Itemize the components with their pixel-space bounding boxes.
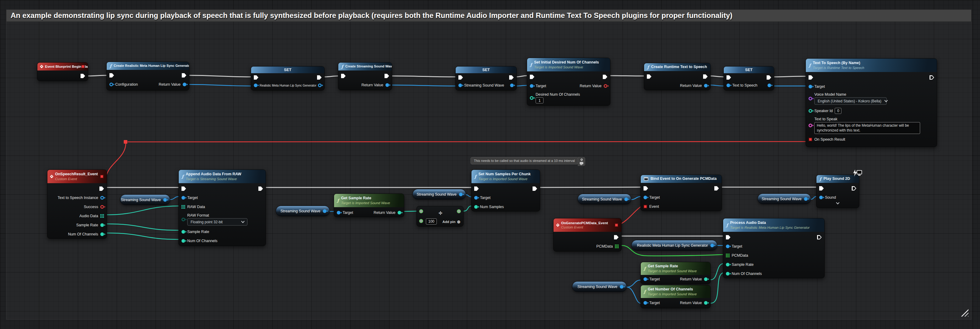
exec-out-pin[interactable] bbox=[385, 74, 389, 78]
node-set-streaming-sound-wave[interactable]: SET Streaming Sound Wave bbox=[455, 66, 517, 91]
voice-model-dropdown[interactable]: English (United States) - Kokoro (Bella) bbox=[815, 97, 887, 105]
node-set-text-to-speech[interactable]: SET Text to Speech bbox=[724, 66, 774, 91]
exec-out-pin[interactable] bbox=[99, 186, 104, 191]
getter-streaming-sound-wave[interactable]: Streaming Sound Wave bbox=[412, 189, 466, 200]
text-to-speak-value[interactable]: Hello, world! The lips of the MetaHuman … bbox=[815, 122, 920, 134]
delegate-pin[interactable] bbox=[615, 223, 618, 227]
variable-out-pin[interactable] bbox=[163, 198, 167, 202]
reroute-node[interactable] bbox=[124, 140, 127, 144]
node-on-speech-result-event[interactable]: OnSpeechResult_Event Custom Event Text t… bbox=[47, 170, 107, 239]
variable-in-pin[interactable] bbox=[254, 84, 258, 87]
divide-b-value[interactable]: 100 bbox=[426, 218, 437, 224]
node-play-sound-2d[interactable]: ƒ Play Sound 2D Sound bbox=[816, 175, 859, 208]
exec-in-pin[interactable] bbox=[181, 186, 186, 191]
configuration-pin[interactable] bbox=[110, 83, 113, 86]
exec-in-pin[interactable] bbox=[643, 186, 648, 191]
sound-pin[interactable] bbox=[819, 195, 823, 199]
node-set-initial-desired-num-channels[interactable]: ƒ Set Initial Desired Num Of Channels Ta… bbox=[527, 58, 610, 106]
exec-in-pin[interactable] bbox=[110, 73, 114, 78]
exec-out-pin[interactable] bbox=[182, 73, 186, 78]
return-value-pin[interactable] bbox=[385, 83, 389, 87]
bubble-controls[interactable] bbox=[578, 157, 585, 166]
sample-rate-pin[interactable] bbox=[726, 263, 730, 266]
return-value-pin[interactable] bbox=[704, 84, 708, 87]
exec-in-pin[interactable] bbox=[458, 75, 463, 80]
sample-rate-pin[interactable] bbox=[181, 230, 185, 234]
variable-out-pin[interactable] bbox=[323, 209, 326, 213]
variable-out-pin[interactable] bbox=[510, 84, 514, 87]
node-get-number-of-channels[interactable]: ƒ Get Number Of Channels Target is Impor… bbox=[641, 285, 711, 308]
target-pin[interactable] bbox=[337, 211, 340, 215]
target-pin[interactable] bbox=[530, 84, 533, 88]
tts-instance-pin[interactable] bbox=[100, 196, 104, 200]
variable-in-pin[interactable] bbox=[727, 84, 730, 87]
variable-out-pin[interactable] bbox=[459, 192, 463, 196]
node-event-begin-play[interactable]: Event Blueprint Begin Play bbox=[37, 62, 88, 81]
success-pin[interactable] bbox=[100, 205, 104, 209]
exec-in-pin[interactable] bbox=[647, 75, 651, 79]
node-divide[interactable]: 100 ÷ Add pin ⊕ bbox=[417, 206, 463, 227]
raw-format-dropdown[interactable]: Floating point 32-bit bbox=[187, 218, 247, 226]
node-text-to-speech-by-name[interactable]: ƒ Text To Speech (By Name) Target is Run… bbox=[805, 58, 937, 147]
variable-out-pin[interactable] bbox=[624, 197, 628, 201]
exec-out-pin[interactable] bbox=[603, 75, 607, 79]
return-value-pin[interactable] bbox=[398, 211, 401, 215]
exec-in-pin[interactable] bbox=[727, 75, 731, 80]
exec-in-pin[interactable] bbox=[808, 75, 813, 80]
target-pin[interactable] bbox=[474, 196, 478, 200]
variable-in-pin[interactable] bbox=[458, 84, 462, 87]
variable-out-pin[interactable] bbox=[318, 84, 321, 87]
speaker-id-value[interactable]: 0 bbox=[835, 108, 842, 114]
exec-out-pin[interactable] bbox=[533, 186, 537, 191]
target-pin[interactable] bbox=[726, 245, 730, 248]
node-process-audio-data[interactable]: ƒ Process Audio Data Target is Realistic… bbox=[723, 218, 825, 278]
pcmdata-pin[interactable] bbox=[726, 254, 730, 257]
divide-output-pin[interactable] bbox=[457, 209, 461, 213]
node-append-audio-data-from-raw[interactable]: ƒ Append Audio Data From RAW Target is S… bbox=[178, 170, 266, 246]
desired-num-channels-pin[interactable] bbox=[530, 96, 533, 100]
audio-data-pin[interactable] bbox=[100, 214, 104, 218]
exec-out-pin[interactable] bbox=[509, 75, 514, 80]
return-value-pin[interactable] bbox=[704, 277, 708, 281]
exec-out-pin[interactable] bbox=[317, 75, 321, 80]
on-speech-result-pin[interactable] bbox=[808, 138, 812, 141]
exec-out-pin[interactable] bbox=[767, 75, 771, 80]
pcmdata-pin[interactable] bbox=[615, 245, 619, 248]
comment-bubble-icon[interactable] bbox=[580, 162, 583, 164]
getter-streaming-sound-wave[interactable]: Streaming Sound Wave bbox=[572, 281, 627, 292]
getter-realistic-lipsync-generator[interactable]: Realistic Meta Human Lip Sync Generator bbox=[632, 240, 718, 251]
node-set-num-samples-per-chunk[interactable]: ƒ Set Num Samples Per Chunk Target is Im… bbox=[471, 170, 540, 211]
getter-streaming-sound-wave[interactable]: Streaming Sound Wave bbox=[757, 194, 811, 204]
getter-streaming-sound-wave[interactable]: Streaming Sound Wave bbox=[276, 206, 330, 216]
exec-out-pin[interactable] bbox=[258, 186, 263, 191]
exec-out-pin[interactable] bbox=[714, 186, 719, 191]
pin-icon[interactable] bbox=[580, 158, 583, 161]
add-pin-button[interactable]: Add pin ⊕ bbox=[442, 219, 460, 224]
event-delegate-pin[interactable] bbox=[643, 205, 647, 208]
node-get-sample-rate[interactable]: ƒ Get Sample Rate Target is Imported Sou… bbox=[334, 194, 404, 217]
raw-data-pin[interactable] bbox=[181, 205, 185, 209]
num-channels-pin[interactable] bbox=[181, 239, 185, 243]
return-value-pin[interactable] bbox=[704, 301, 708, 305]
speaker-id-pin[interactable] bbox=[808, 109, 812, 113]
sample-rate-pin[interactable] bbox=[100, 223, 104, 227]
delegate-pin[interactable] bbox=[100, 175, 103, 178]
target-pin[interactable] bbox=[181, 196, 185, 200]
exec-in-pin[interactable] bbox=[341, 74, 345, 78]
variable-out-pin[interactable] bbox=[710, 244, 714, 247]
voice-model-name-pin[interactable] bbox=[808, 97, 812, 100]
node-create-runtime-tts[interactable]: ƒ Create Runtime Text to Speech Return V… bbox=[644, 63, 711, 90]
exec-in-pin[interactable] bbox=[819, 186, 824, 191]
return-value-pin[interactable] bbox=[183, 83, 186, 86]
num-channels-pin[interactable] bbox=[100, 232, 104, 236]
getter-streaming-sound-wave[interactable]: Streaming Sound Wave bbox=[578, 194, 632, 205]
node-create-lipsync-generator[interactable]: ƒ Create Realistic Meta Human Lip Sync G… bbox=[107, 62, 189, 91]
target-pin[interactable] bbox=[808, 85, 812, 88]
num-samples-pin[interactable] bbox=[474, 205, 478, 209]
text-to-speak-pin[interactable] bbox=[808, 124, 812, 127]
target-pin[interactable] bbox=[643, 301, 647, 305]
target-pin[interactable] bbox=[643, 195, 647, 199]
exec-out-pin[interactable] bbox=[81, 74, 85, 78]
blueprint-canvas[interactable]: An example demonstrating lip sync during… bbox=[0, 0, 980, 329]
exec-out-pin[interactable] bbox=[817, 235, 822, 240]
